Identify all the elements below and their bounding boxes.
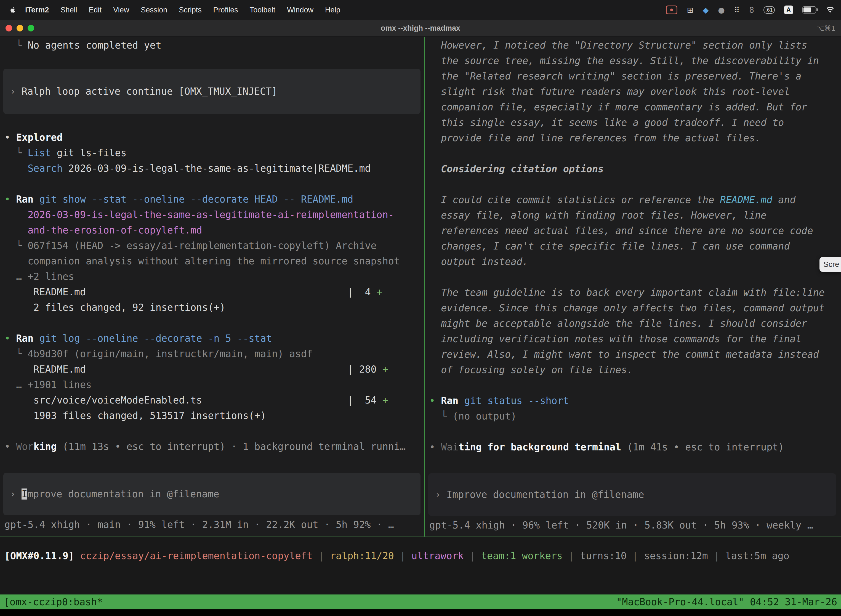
text-segment: • xyxy=(4,132,16,143)
apple-menu-icon[interactable] xyxy=(9,6,16,14)
battery-icon[interactable] xyxy=(802,6,816,13)
terminal-line xyxy=(429,378,841,393)
text-segment: of focusing solely on file lines. xyxy=(429,364,633,375)
grid-app-icon[interactable]: ⊞ xyxy=(687,6,693,15)
terminal-line: └ (no output) xyxy=(429,408,841,424)
model-status-line: gpt-5.4 xhigh · main · 91% left · 2.31M … xyxy=(4,517,424,532)
tmux-session-label: [omx-cczip0:bash* xyxy=(4,596,103,607)
text-segment: changes, I can't cite specific file line… xyxy=(429,241,790,252)
circle-app-icon[interactable]: ● xyxy=(718,6,725,15)
terminal-line: └ 067f154 (HEAD -> essay/ai-reimplementa… xyxy=(4,238,424,253)
dots-grid-icon[interactable]: ⠿ xyxy=(734,6,740,15)
text-segment: references need actual files, and since … xyxy=(429,225,813,236)
terminal-line: • Ran git log --oneline --decorate -n 5 … xyxy=(4,331,424,346)
text-segment: git show --stat --oneline --decorate HEA… xyxy=(39,194,353,205)
terminal-line: might be acceptable alongside the file l… xyxy=(429,316,841,331)
text-segment: | xyxy=(563,550,580,561)
terminal-line: and-the-erosion-of-copyleft.md xyxy=(4,223,424,238)
terminal-line: companion analysis without altering the … xyxy=(4,253,424,269)
text-segment: • xyxy=(429,395,441,406)
terminal-line xyxy=(429,146,841,161)
terminal-line: Search 2026-03-09-is-legal-the-same-as-l… xyxy=(4,161,424,176)
spacer xyxy=(4,454,424,473)
terminal-line: 2026-03-09-is-legal-the-same-as-legitima… xyxy=(4,207,424,223)
prompt-input[interactable]: › Improve documentation in @filename xyxy=(428,473,836,516)
menu-view[interactable]: View xyxy=(107,6,135,14)
terminal-line: I could cite commit statistics or refere… xyxy=(429,192,841,208)
minimize-window-button[interactable] xyxy=(16,25,23,31)
text-segment: output instead. xyxy=(429,256,528,267)
text-segment: (11m 13s • esc to interrupt) · 1 backgro… xyxy=(57,441,406,452)
menu-session[interactable]: Session xyxy=(135,6,173,14)
text-segment: The team guideline is to back every impo… xyxy=(429,287,825,298)
omx-status-line: [OMX#0.11.9] cczip/essay/ai-reimplementa… xyxy=(4,548,790,563)
menu-bar: iTerm2ShellEditViewSessionScriptsProfile… xyxy=(0,0,841,20)
text-segment xyxy=(4,209,28,220)
text-segment: └ xyxy=(4,348,28,359)
terminal-window: └ No agents completed yet› Ralph loop ac… xyxy=(0,37,841,537)
text-segment: README.md xyxy=(720,194,772,205)
text-segment: + xyxy=(382,364,388,375)
menu-iterm2[interactable]: iTerm2 xyxy=(19,6,55,14)
terminal-line xyxy=(4,315,424,331)
menu-window[interactable]: Window xyxy=(281,6,319,14)
terminal-line xyxy=(4,423,424,439)
input-source-icon[interactable]: A xyxy=(784,6,793,14)
wifi-icon[interactable] xyxy=(826,6,835,13)
menu-bar-status-area: ⊞ ◆ ● ⠿ 8 .61 A xyxy=(666,6,836,15)
text-segment: essay file, along with finding root file… xyxy=(429,210,766,221)
text-segment: • xyxy=(429,441,441,453)
terminal-line: └ List git ls-files xyxy=(4,145,424,161)
tmux-status-bar: [omx-cczip0:bash* "MacBook-Pro-44.local"… xyxy=(0,594,841,609)
terminal-line: • Ran git status --short xyxy=(429,393,841,408)
text-segment: evidence. Since this change only affects… xyxy=(429,302,825,314)
text-segment: Improve documentation in @filename xyxy=(447,489,644,500)
text-segment: mprove documentation in @filename xyxy=(27,488,219,500)
keyboard-app-icon[interactable]: 8 xyxy=(749,6,754,15)
text-segment: README.md | 4 xyxy=(4,286,377,298)
menu-toolbelt[interactable]: Toolbelt xyxy=(244,6,281,14)
text-segment: 1903 files changed, 513517 insertions(+) xyxy=(4,410,266,421)
text-segment: git status --short xyxy=(464,395,568,406)
menu-help[interactable]: Help xyxy=(319,6,346,14)
text-segment: and-the-erosion-of-copyleft.md xyxy=(28,224,202,236)
screen-recording-indicator-icon[interactable] xyxy=(666,6,677,14)
text-segment xyxy=(4,224,28,236)
menu-scripts[interactable]: Scripts xyxy=(173,6,208,14)
menu-edit[interactable]: Edit xyxy=(83,6,108,14)
text-segment xyxy=(34,194,39,205)
battery-gauge-icon[interactable]: .61 xyxy=(763,6,775,14)
prompt-input[interactable]: › Improve documentation in @filename xyxy=(3,473,420,515)
ralph-loop-banner: › Ralph loop active continue [OMX_TMUX_I… xyxy=(3,69,420,114)
text-segment: … +2 lines xyxy=(4,271,74,282)
model-status-line: gpt-5.4 xhigh · 96% left · 520K in · 5.8… xyxy=(429,518,841,533)
terminal-line: this single essay, it seems like a good … xyxy=(429,115,841,130)
text-segment: companion file, especially if more comme… xyxy=(429,101,807,113)
terminal-line xyxy=(429,269,841,285)
text-segment: ralph:11/20 xyxy=(330,550,394,561)
terminal-line: src/voice/voiceModeEnabled.ts | 54 + xyxy=(4,392,424,408)
zoom-window-button[interactable] xyxy=(28,25,34,31)
text-segment: | xyxy=(627,550,644,561)
raycast-app-icon[interactable]: ◆ xyxy=(703,6,709,15)
text-segment: git log --oneline --decorate -n 5 --stat xyxy=(39,333,272,344)
text-segment: + xyxy=(382,395,388,406)
left-terminal-pane[interactable]: └ No agents completed yet› Ralph loop ac… xyxy=(0,37,424,537)
text-segment: last:5m ago xyxy=(725,550,790,561)
screen-tooltip[interactable]: Scre xyxy=(819,257,841,272)
text-segment: (1m 41s • esc to interrupt) xyxy=(621,441,784,453)
text-segment: • xyxy=(4,194,16,205)
text-segment: src/voice/voiceModeEnabled.ts | 54 xyxy=(4,395,382,406)
omx-status-area: [OMX#0.11.9] cczip/essay/ai-reimplementa… xyxy=(0,537,841,594)
text-segment: might be acceptable alongside the file l… xyxy=(429,318,807,329)
close-window-button[interactable] xyxy=(6,25,12,31)
text-segment: However, I noticed the "Directory Struct… xyxy=(429,40,807,51)
right-terminal-pane[interactable]: However, I noticed the "Directory Struct… xyxy=(425,37,841,537)
screen: { "menubar": { "items": ["iTerm2", "Shel… xyxy=(0,0,841,616)
menu-shell[interactable]: Shell xyxy=(55,6,83,14)
menu-profiles[interactable]: Profiles xyxy=(208,6,244,14)
text-segment: review. Also, I might want to inspect th… xyxy=(429,349,819,360)
text-segment: I xyxy=(22,488,27,500)
text-segment: • xyxy=(4,333,16,344)
terminal-line: … +2 lines xyxy=(4,269,424,284)
